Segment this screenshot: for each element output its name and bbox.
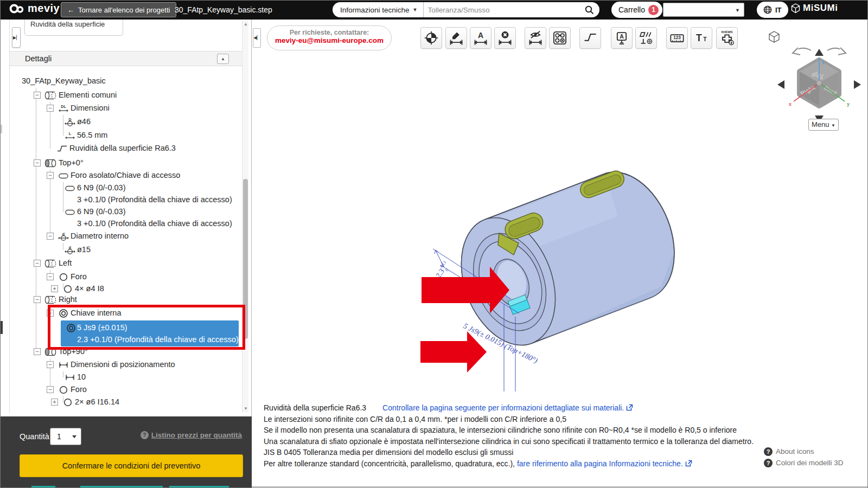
rotate-left-arrow[interactable] [777,80,784,89]
tree-item-6n9-b[interactable]: 6 N9 (0/-0.03) [0,206,242,218]
scroll-up-arrow[interactable]: ▲ [242,22,249,27]
quantity-select[interactable]: 1 [50,428,81,445]
panel-expand-handle[interactable]: ▶▏ [12,27,21,48]
tree-expander[interactable]: − [34,159,41,166]
tree-expander[interactable]: + [51,399,58,406]
tilt-up-arrow[interactable] [815,49,824,56]
text-dimension-icon: A [473,30,488,46]
rotate-right-arrow[interactable] [854,80,861,89]
hide-dimension-button[interactable] [525,27,546,49]
cart-label: Carrello [618,5,645,14]
sidebar-collapse-button[interactable]: ◀▏ [253,28,261,48]
dimension-value-button[interactable]: 123 [666,27,688,49]
tree-expander[interactable]: − [34,260,41,267]
help-icon: ? [141,431,149,439]
rotate-ccw-arrow[interactable] [793,48,811,55]
tree-item-right[interactable]: − Right [0,294,242,306]
tree-expander[interactable]: − [34,92,41,99]
tree-expander[interactable]: − [47,361,54,368]
text-size-icon: T T [694,30,709,46]
tree-item-10[interactable]: 10 [0,371,242,383]
tree-expander[interactable]: − [34,296,41,303]
text-dimension-button[interactable]: A [470,27,492,49]
model-colors-link[interactable]: ? Colori dei modelli 3D [749,457,864,468]
logo-text: meviy [28,2,60,15]
note-line-3: Se il modello non presenta una scanalatu… [264,425,812,436]
top-bar: meviy ← Tornare all'elenco dei progetti … [0,0,868,20]
tree-expander[interactable]: − [47,273,54,280]
view-cube-widget[interactable]: Top Right Back z x y [762,26,868,134]
datum-target-button[interactable] [420,27,442,49]
price-list-link[interactable]: ? Listino prezzi per quantità [141,431,242,439]
cart-count-badge: 1 [648,5,659,15]
tree-item-length[interactable]: 56.5 mm [0,130,242,142]
rotate-cw-arrow[interactable] [827,48,846,55]
tree-expander[interactable]: − [47,172,54,179]
note-line-5: JIS B 0405 Tolleranza media per dimensio… [264,447,812,458]
tree-item-elementi-comuni[interactable]: − Elementi comuni [0,89,242,101]
edit-dimension-button[interactable] [445,27,467,49]
tree-item-4x-holes[interactable]: + 4× ø4 Ⅰ8 [0,283,242,295]
scroll-down-arrow[interactable]: ▼ [242,406,249,411]
numbers-123: 123 [673,35,681,40]
tech-info-page-link[interactable]: fare riferimento alla pagina Informazion… [517,459,683,468]
search-input[interactable] [424,6,585,14]
tree-expander[interactable]: − [47,105,54,112]
tree-item-left[interactable]: − Left [0,258,242,269]
search-icon[interactable] [585,5,594,15]
tree-item-diameter-15[interactable]: ø15 [0,244,242,256]
tree-item-keyway-slot[interactable]: − Foro asolato/Chiave di accesso [0,170,242,182]
details-collapse-button[interactable]: ▲ [217,54,229,64]
note-roughness: Ruvidità della superficie Ra6.3 [264,403,366,412]
tree-item-foro-left[interactable]: − Foro [0,271,242,283]
confirm-quote-button[interactable]: Confermare le condizioni del preventivo [20,454,243,477]
language-selector[interactable]: IT [757,2,788,18]
cylinder-icon [44,296,56,304]
details-header: Dettagli ▲ [10,51,242,66]
tree-expander[interactable]: − [47,386,54,393]
cube-mini-icon[interactable] [769,31,779,42]
letter-a: A [620,33,624,40]
tree-expander[interactable]: + [51,285,58,292]
geometric-tolerance-icon [639,30,654,46]
dimension-dl-icon [58,104,69,113]
viewcube-menu-button[interactable]: Menu ▼ [808,119,839,131]
header-select[interactable]: ▼ [663,3,744,17]
tree-expander[interactable]: − [47,233,54,240]
tree-item-foro-top90[interactable]: − Foro [0,384,242,396]
tree-item-positioning-dims[interactable]: − Dimensioni di posizionamento [0,359,242,371]
tech-info-dropdown[interactable]: Informazioni tecniche ▼ [333,6,423,14]
delete-dimension-button[interactable] [494,27,516,49]
surface-roughness-button[interactable] [579,27,601,49]
tree-item-2x-holes[interactable]: + 2× ø6 Ⅰ16.14 [0,396,242,408]
tree-label: 4× ø4 Ⅰ8 [75,284,104,293]
position-dimension-icon [64,373,76,382]
chevron-down-icon: ▼ [413,7,418,12]
hole-pattern-button[interactable] [549,27,571,49]
tree-item-dimensioni[interactable]: − Dimensioni [0,102,242,114]
text-size-button[interactable]: T T [691,27,712,49]
materials-info-link[interactable]: Controllare la pagina seguente per infor… [382,403,624,412]
tree-item-depth-b[interactable]: 3 +0.1/0 (Profondità della chiave di acc… [0,218,242,230]
delete-dimension-icon [497,30,513,46]
tree-item-6n9-a[interactable]: 6 N9 (0/-0.03) [0,182,242,194]
tree-root[interactable]: 30_FAtp_Keyway_basic [0,75,242,87]
tree-expander[interactable]: − [34,348,41,355]
contact-email[interactable]: meviy-eu@misumi-europe.com [267,36,391,44]
six-views-button[interactable]: 6VIEWS [716,27,738,49]
tree-item-roughness[interactable]: Ruvidità della superficie Ra6.3 [0,143,242,155]
inner-diameter-icon [58,232,69,241]
tree-item-diameter-46[interactable]: ø46 [0,116,242,128]
back-to-projects-button[interactable]: ← Tornare all'elenco dei progetti [61,2,176,17]
model-viewport[interactable]: 2.3+0.10 5 Js9(± 0.015) (Top+180°) [418,137,678,391]
cart-button[interactable]: Carrello 1 [611,2,662,18]
tree-item-top0[interactable]: − Top+0° [0,157,242,169]
datum-label-button[interactable]: A [611,27,633,49]
about-icons-link[interactable]: ? About icons [749,446,864,457]
tree-item-depth-a[interactable]: 3 +0.1/0 (Profondità della chiave di acc… [0,194,242,206]
slot-icon [58,171,69,180]
geometric-tolerance-button[interactable] [635,27,657,49]
meviy-logo[interactable]: meviy [9,2,60,15]
tree-item-inner-diameter[interactable]: − Diametro interno [0,230,242,242]
chevron-down-icon: ▼ [831,123,835,128]
